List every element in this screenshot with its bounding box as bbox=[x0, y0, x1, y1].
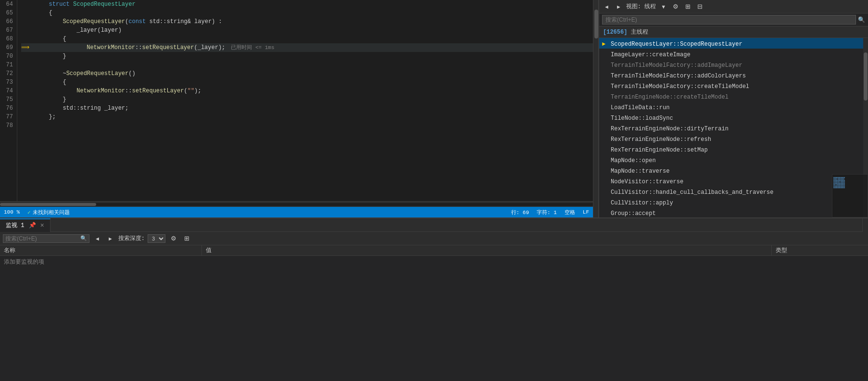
code-line-72: ~ScopedRequestLayer() bbox=[21, 69, 593, 78]
watch-search-input[interactable] bbox=[5, 235, 80, 242]
watch-empty-hint: 添加要监视的项 bbox=[4, 258, 864, 266]
call-stack-panel: ◄ ► 视图: 线程 ▼ ⚙ ⊞ ⊟ 🔍 [12656] 主线程 ► Scope… bbox=[599, 0, 868, 217]
toolbar-icon2[interactable]: ⊞ bbox=[683, 2, 692, 11]
zoom-level: 100 % bbox=[4, 209, 20, 215]
view-dropdown[interactable]: ▼ bbox=[659, 3, 668, 11]
code-line-76: std::string _layer; bbox=[21, 104, 593, 113]
watch-tab-label: 监视 1 bbox=[6, 221, 24, 229]
search-bar: 🔍 bbox=[599, 13, 868, 26]
code-line-65: { bbox=[21, 9, 593, 17]
col-name-header: 名称 bbox=[0, 245, 202, 255]
depth-label: 搜索深度: bbox=[118, 234, 145, 242]
h-scrollbar[interactable] bbox=[0, 201, 593, 207]
watch-icon-btn1[interactable]: ⚙ bbox=[168, 234, 179, 243]
code-line-66: ScopedRequestLayer(const std::string& la… bbox=[21, 17, 593, 26]
search-icon: 🔍 bbox=[858, 16, 865, 24]
call-stack-item-4[interactable]: TerrainTileModelFactory::createTileModel bbox=[599, 80, 863, 91]
code-line-73: { bbox=[21, 78, 593, 87]
call-stack-item-1[interactable]: ImageLayer::createImage bbox=[599, 49, 863, 59]
watch-search-icon: 🔍 bbox=[80, 235, 87, 241]
col-info: 字符: 1 bbox=[537, 209, 557, 216]
code-line-75: } bbox=[21, 95, 593, 104]
encoding-info: LF bbox=[583, 209, 589, 215]
toolbar-icon3[interactable]: ⊟ bbox=[695, 2, 704, 11]
line-numbers: 64 65 66 67 68 69 70 71 72 73 74 75 76 7… bbox=[0, 0, 17, 201]
watch-back-btn[interactable]: ◄ bbox=[92, 235, 102, 242]
code-line-70: } bbox=[21, 52, 593, 61]
call-stack-item-9[interactable]: RexTerrainEngineNode::refresh bbox=[599, 133, 863, 144]
watch-table: 名称 值 类型 添加要监视的项 bbox=[0, 245, 868, 381]
code-line-69: ⟹ NetworkMonitor::setRequestLayer(_layer… bbox=[21, 43, 593, 52]
watch-forward-btn[interactable]: ► bbox=[105, 235, 115, 242]
watch-search-box: 🔍 bbox=[3, 234, 89, 243]
back-button[interactable]: ◄ bbox=[602, 3, 611, 11]
tab-close-btn[interactable]: × bbox=[40, 222, 44, 229]
view-label: 视图: 线程 bbox=[626, 2, 656, 11]
call-stack-item-15[interactable]: CullVisitor::apply bbox=[599, 197, 863, 207]
thread-id: [12656] bbox=[603, 29, 627, 36]
editor-vscroll[interactable] bbox=[593, 0, 599, 217]
watch-icon-btn2[interactable]: ⊞ bbox=[182, 234, 192, 243]
call-stack-container: ► ScopedRequestLayer::ScopedRequestLayer… bbox=[599, 38, 868, 217]
status-bar: 100 % ✓ 未找到相关问题 行: 69 字符: 1 空格 LF bbox=[0, 207, 593, 217]
call-stack-item-11[interactable]: MapNode::open bbox=[599, 154, 863, 165]
col-type-header: 类型 bbox=[772, 245, 868, 255]
col-value-header: 值 bbox=[202, 245, 772, 255]
right-toolbar: ◄ ► 视图: 线程 ▼ ⚙ ⊞ ⊟ bbox=[599, 0, 868, 13]
call-stack-item-16[interactable]: Group::accept bbox=[599, 207, 863, 217]
code-lines: struct ScopedRequestLayer { ScopedReques… bbox=[17, 0, 593, 201]
toolbar-icon1[interactable]: ⚙ bbox=[671, 2, 680, 11]
code-line-74: NetworkMonitor::setRequestLayer(""); bbox=[21, 87, 593, 95]
watch-toolbar: 🔍 ◄ ► 搜索深度: 3 1 2 4 5 ⚙ ⊞ bbox=[0, 232, 868, 245]
call-stack-item-6[interactable]: LoadTileData::run bbox=[599, 102, 863, 112]
tab-scroll-right[interactable] bbox=[862, 218, 868, 232]
call-stack-list[interactable]: ► ScopedRequestLayer::ScopedRequestLayer… bbox=[599, 38, 863, 217]
depth-select[interactable]: 3 1 2 4 5 bbox=[148, 234, 165, 243]
code-line-64: struct ScopedRequestLayer bbox=[21, 0, 593, 9]
current-line-arrow: ⟹ bbox=[21, 43, 29, 52]
watch-body[interactable]: 添加要监视的项 bbox=[0, 256, 868, 381]
bottom-panel: 监视 1 📌 × 🔍 ◄ ► 搜索深度: 3 1 2 4 5 ⚙ ⊞ 名称 值 bbox=[0, 217, 868, 381]
bottom-tabs: 监视 1 📌 × bbox=[0, 218, 868, 232]
call-stack-item-7[interactable]: TileNode::loadSync bbox=[599, 112, 863, 123]
main-layout: 64 65 66 67 68 69 70 71 72 73 74 75 76 7… bbox=[0, 0, 868, 217]
thread-name: 主线程 bbox=[631, 29, 648, 36]
call-stack-item-13[interactable]: NodeVisitor::traverse bbox=[599, 176, 863, 186]
call-stack-item-5[interactable]: TerrainEngineNode::createTileModel bbox=[599, 91, 863, 102]
editor-vscroll-thumb[interactable] bbox=[594, 10, 598, 38]
right-scroll-thumb[interactable] bbox=[864, 52, 868, 101]
code-line-71 bbox=[21, 61, 593, 69]
code-line-78 bbox=[21, 121, 593, 130]
code-content[interactable]: 64 65 66 67 68 69 70 71 72 73 74 75 76 7… bbox=[0, 0, 593, 201]
tab-pin-icon[interactable]: 📌 bbox=[29, 222, 36, 229]
call-stack-item-2[interactable]: TerrainTileModelFactory::addImageLayer bbox=[599, 59, 863, 70]
active-indicator: ► bbox=[602, 39, 605, 49]
row-info: 行: 69 bbox=[511, 209, 529, 216]
minimap-preview: ████████████████████ ██████ ████████████… bbox=[832, 174, 868, 217]
status-ok-icon: ✓ 未找到相关问题 bbox=[27, 209, 70, 216]
call-stack-item-10[interactable]: RexTerrainEngineNode::setMap bbox=[599, 144, 863, 154]
status-message: 未找到相关问题 bbox=[33, 209, 70, 216]
call-stack-item-8[interactable]: RexTerrainEngineNode::dirtyTerrain bbox=[599, 123, 863, 133]
call-stack-item-0[interactable]: ► ScopedRequestLayer::ScopedRequestLayer bbox=[599, 38, 863, 49]
forward-button[interactable]: ► bbox=[614, 3, 623, 11]
call-stack-item-14[interactable]: CullVisitor::handle_cull_callbacks_and_t… bbox=[599, 186, 863, 197]
code-editor-panel: 64 65 66 67 68 69 70 71 72 73 74 75 76 7… bbox=[0, 0, 593, 217]
thread-header: [12656] 主线程 bbox=[599, 26, 868, 38]
search-input[interactable] bbox=[602, 15, 856, 25]
code-line-77: }; bbox=[21, 113, 593, 121]
code-line-67: _layer(layer) bbox=[21, 26, 593, 35]
watch-tab[interactable]: 监视 1 📌 × bbox=[0, 218, 50, 232]
code-line-68: { bbox=[21, 35, 593, 43]
call-stack-item-12[interactable]: MapNode::traverse bbox=[599, 165, 863, 176]
call-stack-item-3[interactable]: TerrainTileModelFactory::addColorLayers bbox=[599, 70, 863, 80]
indent-info: 空格 bbox=[565, 209, 575, 216]
watch-table-header: 名称 值 类型 bbox=[0, 245, 868, 256]
